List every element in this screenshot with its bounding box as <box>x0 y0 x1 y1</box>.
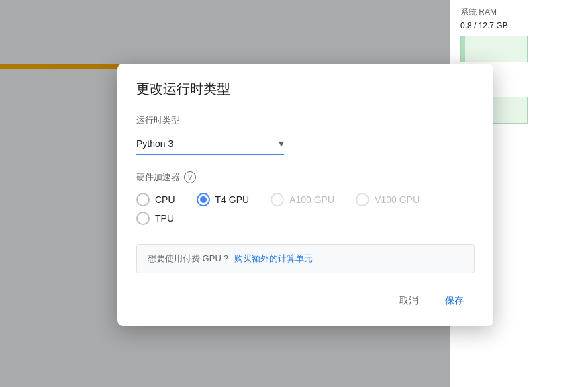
help-icon[interactable]: ? <box>184 171 196 183</box>
hardware-radio-group: CPU T4 GPU A100 GPU V100 GPU TPU <box>136 193 475 230</box>
radio-label-a100gpu: A100 GPU <box>289 194 334 205</box>
radio-label-v100gpu: V100 GPU <box>375 194 420 205</box>
ram-progress-fill <box>461 36 465 62</box>
dropdown-arrow-icon: ▾ <box>279 137 284 150</box>
radio-option-tpu[interactable]: TPU <box>136 212 174 225</box>
radio-row-1: CPU T4 GPU A100 GPU V100 GPU <box>136 193 475 206</box>
info-box-text: 想要使用付费 GPU？ <box>148 253 230 265</box>
save-button[interactable]: 保存 <box>434 290 475 312</box>
info-box: 想要使用付费 GPU？ 购买额外的计算单元 <box>136 244 475 273</box>
ram-value: 0.8 / 12.7 GB <box>460 21 577 30</box>
radio-circle-tpu <box>136 212 150 225</box>
runtime-type-label: 运行时类型 <box>136 114 475 126</box>
runtime-type-value: Python 3 <box>136 138 173 149</box>
radio-label-t4gpu: T4 GPU <box>215 194 250 205</box>
runtime-type-section: 运行时类型 Python 3 ▾ <box>136 114 475 155</box>
ram-progress-bar <box>460 36 528 62</box>
radio-label-tpu: TPU <box>155 213 174 224</box>
radio-label-cpu: CPU <box>155 194 175 205</box>
radio-option-cpu[interactable]: CPU <box>136 193 175 206</box>
runtime-type-dropdown[interactable]: Python 3 ▾ <box>136 133 284 155</box>
ram-label: 系统 RAM <box>460 7 577 18</box>
dialog: 更改运行时类型 运行时类型 Python 3 ▾ 硬件加速器 ? CPU T4 … <box>117 64 493 326</box>
dialog-footer: 取消 保存 <box>136 290 475 312</box>
radio-option-v100gpu[interactable]: V100 GPU <box>356 193 420 206</box>
cancel-button[interactable]: 取消 <box>389 290 429 312</box>
radio-circle-t4gpu <box>197 193 210 206</box>
dialog-title: 更改运行时类型 <box>136 80 475 98</box>
radio-circle-a100gpu <box>271 193 284 206</box>
radio-row-2: TPU <box>136 212 475 225</box>
hardware-accelerator-section: 硬件加速器 ? <box>136 171 475 183</box>
radio-circle-v100gpu <box>356 193 369 206</box>
radio-option-t4gpu[interactable]: T4 GPU <box>197 193 250 206</box>
info-box-link[interactable]: 购买额外的计算单元 <box>234 253 313 265</box>
radio-circle-cpu <box>136 193 150 206</box>
hardware-accelerator-label: 硬件加速器 <box>136 171 180 183</box>
radio-option-a100gpu[interactable]: A100 GPU <box>271 193 334 206</box>
